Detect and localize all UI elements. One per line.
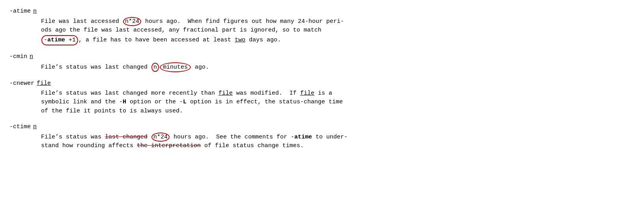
circle-minutes-cmin: minutes — [160, 62, 191, 73]
ctime-line2: stand how rounding affects the interpret… — [41, 142, 635, 151]
underline-two: two — [235, 37, 245, 43]
flag-atime: -atime — [9, 7, 31, 16]
flag-ctime: -ctime — [9, 123, 31, 132]
circle-n-cmin: n — [151, 63, 159, 72]
code-24hour: 24-hour — [298, 18, 323, 25]
bold-H: H — [123, 99, 126, 105]
ctime-line1: File’s status was last changed n*24 hour… — [41, 133, 635, 142]
atime-line3: -atime +1, a file has to have been acces… — [41, 35, 635, 46]
cnewer-line1: File’s status was last changed more rece… — [41, 89, 635, 98]
flag-cnewer: -cnewer — [9, 79, 34, 88]
entry-body-cmin: File’s status was last changed nminutes … — [9, 62, 635, 73]
underline-file1: file — [218, 90, 233, 97]
strikethrough-interpretation: the interpretation — [137, 142, 201, 149]
atime-line1: File was last accessed n*24 hours ago. W… — [41, 17, 635, 26]
flag-arg-atime: n — [33, 7, 37, 16]
entry-body-atime: File was last accessed n*24 hours ago. W… — [9, 17, 635, 46]
flag-cmin: -cmin — [9, 52, 27, 62]
entry-body-cnewer: File’s status was last changed more rece… — [9, 89, 635, 116]
circle-flag-atime-plus1: -atime +1 — [41, 35, 78, 46]
strikethrough-last-changed: last changed — [105, 134, 147, 140]
man-page: -atime n File was last accessed n*24 hou… — [9, 7, 635, 151]
cnewer-line3: of the file it points to is always used. — [41, 107, 635, 116]
flag-arg-ctime: n — [33, 123, 37, 132]
entry-ctime: -ctime n File’s status was last changed … — [9, 123, 635, 151]
circle-n24-atime: n*24 — [123, 17, 141, 26]
entry-header-cmin: -cmin n — [9, 52, 635, 62]
entry-body-ctime: File’s status was last changed n*24 hour… — [9, 133, 635, 151]
bold-L: L — [183, 99, 187, 105]
cmin-line1: File’s status was last changed nminutes … — [41, 62, 635, 73]
flag-arg-cnewer: file — [37, 79, 51, 88]
entry-atime: -atime n File was last accessed n*24 hou… — [9, 7, 635, 45]
bold-atime-ref: atime — [294, 134, 312, 140]
entry-header-ctime: -ctime n — [9, 123, 635, 132]
entry-cmin: -cmin n File’s status was last changed n… — [9, 52, 635, 72]
entry-cnewer: -cnewer file File’s status was last chan… — [9, 79, 635, 116]
flag-arg-cmin: n — [30, 52, 33, 62]
entry-header-cnewer: -cnewer file — [9, 79, 635, 88]
underline-file2: file — [300, 90, 314, 97]
cnewer-line2: symbolic link and the -H option or the -… — [41, 98, 635, 107]
circle-n24-ctime: n*24 — [151, 133, 170, 142]
entry-header-atime: -atime n — [9, 7, 635, 16]
atime-line2: ods ago the file was last accessed, any … — [41, 26, 635, 35]
